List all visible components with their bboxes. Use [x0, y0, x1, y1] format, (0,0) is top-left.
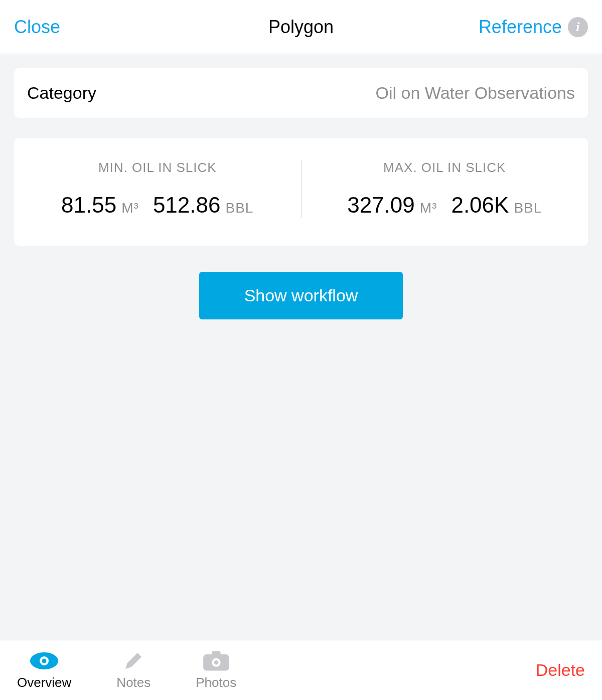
- tab-photos-label: Photos: [196, 675, 236, 690]
- app-root: Close Polygon Reference i Category Oil o…: [0, 0, 602, 700]
- header-bar: Close Polygon Reference i: [0, 0, 602, 54]
- svg-point-6: [214, 660, 218, 665]
- min-oil-m3-value: 81.55: [61, 193, 116, 218]
- tab-overview[interactable]: Overview: [17, 650, 71, 690]
- page-title: Polygon: [268, 17, 334, 38]
- content-area: Category Oil on Water Observations MIN. …: [0, 54, 602, 640]
- svg-rect-4: [212, 651, 220, 657]
- svg-point-2: [42, 659, 47, 663]
- min-oil-m3-unit: M³: [121, 200, 139, 216]
- max-oil-bbl-value: 2.06K: [451, 193, 509, 218]
- min-oil-stat: MIN. OIL IN SLICK 81.55 M³ 512.86 BBL: [14, 160, 301, 218]
- max-oil-bbl-unit: BBL: [514, 200, 542, 216]
- close-button[interactable]: Close: [14, 17, 60, 38]
- min-oil-bbl-unit: BBL: [225, 200, 253, 216]
- category-row[interactable]: Category Oil on Water Observations: [14, 68, 588, 118]
- pencil-icon: [119, 650, 147, 672]
- min-oil-title: MIN. OIL IN SLICK: [98, 160, 217, 176]
- camera-icon: [202, 650, 230, 672]
- reference-button[interactable]: Reference: [479, 17, 562, 38]
- category-value: Oil on Water Observations: [376, 83, 575, 103]
- tab-notes-label: Notes: [116, 675, 150, 690]
- max-oil-stat: MAX. OIL IN SLICK 327.09 M³ 2.06K BBL: [301, 160, 588, 218]
- stats-card: MIN. OIL IN SLICK 81.55 M³ 512.86 BBL MA…: [14, 138, 588, 246]
- tab-notes[interactable]: Notes: [116, 650, 150, 690]
- show-workflow-button[interactable]: Show workflow: [199, 272, 403, 319]
- max-oil-title: MAX. OIL IN SLICK: [383, 160, 506, 176]
- min-oil-bbl-value: 512.86: [153, 193, 221, 218]
- max-oil-m3-value: 327.09: [347, 193, 415, 218]
- delete-button[interactable]: Delete: [536, 660, 585, 680]
- tab-photos[interactable]: Photos: [196, 650, 236, 690]
- tab-overview-label: Overview: [17, 675, 71, 690]
- category-label: Category: [27, 83, 96, 103]
- max-oil-m3-unit: M³: [420, 200, 437, 216]
- info-icon[interactable]: i: [568, 17, 588, 37]
- tab-bar: Overview Notes: [0, 640, 602, 700]
- eye-icon: [30, 650, 58, 672]
